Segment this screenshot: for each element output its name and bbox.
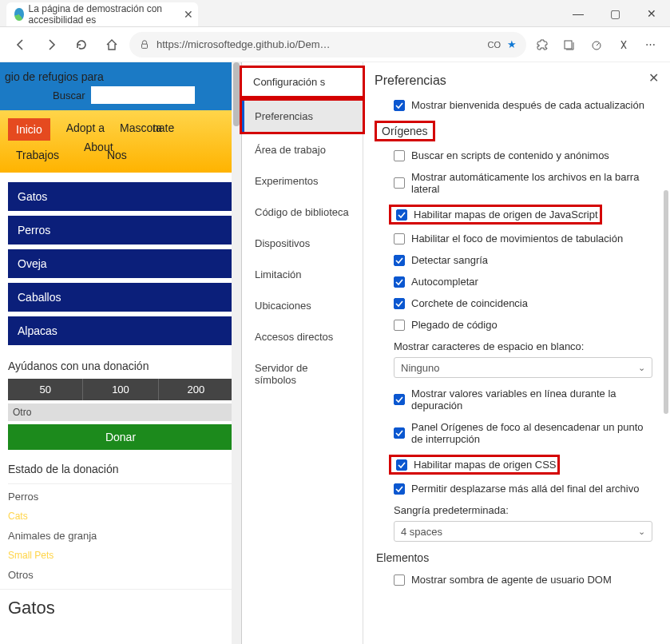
browser-tab[interactable]: La página de demostración con accesibili…: [6, 2, 198, 26]
animal-item[interactable]: Gatos: [8, 182, 233, 211]
nav-mascota[interactable]: Mascota: [120, 121, 162, 134]
back-button[interactable]: [8, 32, 34, 58]
animal-item[interactable]: Perros: [8, 216, 233, 244]
amount-button[interactable]: 100: [83, 379, 158, 400]
page-scrollbar[interactable]: [232, 62, 241, 644]
address-bar[interactable]: https://microsoftedge.github.io/Dem… CO …: [129, 32, 526, 58]
checkbox-icon: [396, 209, 407, 221]
checkbox-icon: [394, 233, 405, 244]
sidebar-item-symbol-server[interactable]: Servidor de símbolos: [242, 352, 363, 396]
chevron-down-icon: ⌄: [638, 527, 645, 537]
pref-label: Panel Orígenes de foco al desencadenar u…: [411, 421, 656, 445]
pref-code-folding[interactable]: Plegado de código: [375, 319, 656, 331]
nav-ribbon: Inicio Adopt a nate Mascota Trabajos Nos…: [0, 110, 241, 173]
refresh-button[interactable]: [69, 32, 94, 58]
window-titlebar: La página de demostración con accesibili…: [0, 0, 670, 27]
lock-icon: [139, 39, 150, 50]
devtools-settings: Configuración s Preferencias Área de tra…: [242, 62, 670, 644]
animal-list: Gatos Perros Oveja Caballos Alpacas: [0, 173, 241, 355]
animal-item[interactable]: Oveja: [8, 249, 233, 278]
pref-inline-values[interactable]: Mostrar valores variables en línea duran…: [375, 388, 656, 411]
page-title: gio de refugios para: [5, 70, 232, 83]
donate-button[interactable]: Donar: [8, 424, 233, 450]
amount-row: 50 100 200: [8, 379, 233, 400]
search-input[interactable]: [91, 86, 195, 104]
pref-ua-shadow[interactable]: Mostrar sombra de agente de usuario DOM: [375, 574, 656, 586]
status-item: Perros: [8, 491, 233, 503]
config-header: Configuración s: [242, 68, 363, 96]
whitespace-select[interactable]: Ninguno ⌄: [394, 357, 652, 378]
indent-label: Sangría predeterminada:: [375, 504, 656, 516]
sidebar-item-devices[interactable]: Dispositivos: [242, 228, 363, 259]
close-settings-icon[interactable]: ✕: [648, 70, 659, 85]
pref-label: Mostrar automáticamente los archivos en …: [411, 171, 656, 195]
window-controls: ― ▢ ✕: [560, 0, 670, 26]
pref-auto-reveal[interactable]: Mostrar automáticamente los archivos en …: [375, 171, 656, 195]
pref-search-scripts[interactable]: Buscar en scripts de contenido y anónimo…: [375, 149, 656, 161]
pref-welcome[interactable]: Mostrar bienvenida después de cada actua…: [375, 99, 656, 111]
nav-inicio[interactable]: Inicio: [8, 118, 50, 141]
status-item: Otros: [8, 569, 233, 581]
sidebar-item-shortcuts[interactable]: Accesos directos: [242, 321, 363, 352]
pref-bracket-match[interactable]: Corchete de coincidencia: [375, 297, 656, 309]
sidebar-item-throttling[interactable]: Limitación: [242, 259, 363, 290]
close-window-button[interactable]: ✕: [633, 0, 670, 26]
pref-autocomplete[interactable]: Autocompletar: [375, 276, 656, 288]
checkbox-icon: [394, 427, 405, 439]
performance-icon[interactable]: [585, 34, 608, 56]
nav-about[interactable]: About: [84, 141, 113, 153]
svg-rect-1: [565, 41, 572, 49]
extensions-icon[interactable]: [531, 34, 553, 56]
more-menu-icon[interactable]: ⋯: [640, 34, 662, 56]
pref-scroll-past-end[interactable]: Permitir desplazarse más allá del final …: [375, 483, 656, 495]
pref-detect-indent[interactable]: Detectar sangría: [375, 254, 656, 266]
checkbox-icon: [394, 320, 405, 331]
animal-item[interactable]: Caballos: [8, 283, 233, 312]
pref-css-source-maps[interactable]: Habilitar mapas de origen CSS: [393, 459, 556, 471]
sidebar-item-locations[interactable]: Ubicaciones: [242, 290, 363, 321]
checkbox-icon: [394, 298, 405, 309]
settings-content: ✕ Preferencias Mostrar bienvenida despué…: [363, 62, 670, 644]
sidebar-item-workspace[interactable]: Área de trabajo: [242, 134, 363, 165]
amount-other[interactable]: Otro: [8, 403, 233, 421]
collections-icon[interactable]: [558, 34, 581, 56]
amount-button[interactable]: 50: [8, 379, 83, 400]
pref-js-source-maps[interactable]: Habilitar mapas de origen de JavaScript: [393, 209, 598, 221]
checkbox-icon: [394, 394, 405, 405]
maximize-button[interactable]: ▢: [597, 0, 633, 26]
minimize-button[interactable]: ―: [560, 0, 597, 26]
translate-badge[interactable]: CO: [488, 40, 502, 50]
browser-toolbar: https://microsoftedge.github.io/Dem… CO …: [0, 27, 670, 62]
sidebar-item-preferencias[interactable]: Preferencias: [242, 101, 363, 132]
amount-button[interactable]: 200: [159, 379, 233, 400]
pref-focus-sources[interactable]: Panel Orígenes de foco al desencadenar u…: [375, 421, 656, 445]
pref-label: Habilitar mapas de origen CSS: [414, 459, 556, 471]
pref-label: Permitir desplazarse más allá del final …: [411, 483, 639, 495]
forward-button[interactable]: [38, 32, 64, 58]
close-tab-icon[interactable]: ✕: [184, 8, 193, 21]
checkbox-icon: [394, 276, 405, 288]
demo-page-viewport: gio de refugios para Buscar Inicio Adopt…: [0, 62, 242, 644]
checkbox-icon: [394, 177, 405, 189]
indent-select[interactable]: 4 spaces ⌄: [394, 521, 652, 542]
home-button[interactable]: [99, 32, 125, 58]
animal-item[interactable]: Alpacas: [8, 316, 233, 345]
content-scrollbar[interactable]: [664, 190, 668, 414]
checkbox-icon: [394, 483, 405, 495]
nav-trabajos[interactable]: Trabajos: [16, 149, 59, 161]
gatos-heading: Gatos: [0, 589, 241, 626]
origins-header: Orígenes: [377, 123, 433, 139]
copilot-icon[interactable]: [613, 34, 635, 56]
donation-title: Ayúdanos con una donación: [8, 360, 233, 372]
select-value: Ninguno: [401, 362, 439, 374]
checkbox-icon: [396, 459, 407, 471]
pref-tab-focus[interactable]: Habilitar el foco de movimientos de tabu…: [375, 233, 656, 244]
highlight-origins-header: Orígenes: [375, 121, 435, 141]
favorite-star-icon[interactable]: ★: [507, 38, 517, 50]
select-value: 4 spaces: [401, 526, 442, 538]
pref-label: Mostrar sombra de agente de usuario DOM: [411, 574, 612, 586]
edge-icon: [14, 8, 24, 21]
pref-label: Habilitar el foco de movimientos de tabu…: [411, 233, 623, 244]
sidebar-item-library-code[interactable]: Código de biblioteca: [242, 197, 363, 228]
sidebar-item-experiments[interactable]: Experimentos: [242, 165, 363, 197]
